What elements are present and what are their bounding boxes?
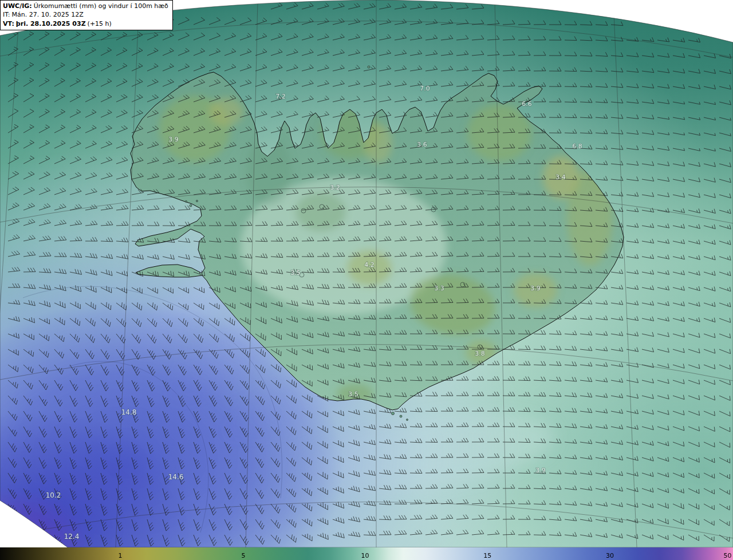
contour-value-label: 3.9 [168, 136, 179, 143]
contour-value-label: 7.2 [275, 93, 286, 100]
valid-time-offset: (+15 h) [88, 20, 112, 27]
contour-value-label: 7.0 [420, 85, 430, 92]
init-time-line: IT:Mán. 27. 10. 2025 12Z [3, 10, 168, 19]
init-time-label: IT: [3, 11, 10, 18]
contour-value-label: 3.6 [417, 141, 427, 148]
colorbar-tick: 50 [723, 553, 731, 559]
weather-map: 7.27.06.63.93.66.83.43.24.23.53.33.93.83… [0, 0, 733, 547]
init-time-value: Mán. 27. 10. 2025 12Z [11, 11, 83, 18]
contour-value-label: 3.3 [434, 285, 444, 292]
contour-value-label: 3.9 [535, 467, 546, 474]
valid-time-line: VT:þri. 28.10.2025 03Z(+15 h) [3, 19, 168, 28]
colorbar-tick: 1 [118, 553, 122, 559]
contour-value-label: 3.5 [290, 269, 301, 277]
colorbar-tick: 15 [483, 553, 491, 559]
contour-value-label: 3.9 [530, 285, 541, 292]
contour-value-label: 4.2 [364, 261, 375, 269]
contour-value-label: 10.2 [46, 491, 61, 499]
map-info-box: UWC/IG:Úrkomumætti (mm) og vindur í 100m… [0, 0, 173, 30]
map-title-line: UWC/IG:Úrkomumætti (mm) og vindur í 100m… [3, 2, 168, 10]
map-title: Úrkomumætti (mm) og vindur í 100m hæð [34, 2, 168, 10]
contour-value-label: 6.8 [572, 143, 582, 150]
contour-value-label: 3.2 [330, 184, 340, 191]
valid-time-label: VT: [3, 20, 14, 27]
contour-value-label: 3.4 [555, 173, 566, 181]
contour-value-label: 12.4 [64, 533, 80, 541]
contour-value-label: 3.5 [348, 391, 358, 398]
weather-map-viewer: 7.27.06.63.93.66.83.43.24.23.53.33.93.83… [0, 0, 733, 560]
contour-value-label: 14.6 [168, 473, 184, 481]
valid-time-value: þri. 28.10.2025 03Z [16, 20, 86, 27]
contour-value-label: 3.8 [475, 350, 485, 357]
colorbar-tick: 5 [241, 553, 245, 559]
model-label: UWC/IG: [3, 2, 32, 10]
colorbar-tick: 10 [361, 553, 369, 559]
contour-value-label: 14.8 [121, 408, 137, 416]
colorbar-tick: 30 [606, 553, 614, 559]
contour-value-label: 6.6 [522, 100, 532, 108]
precipitation-colorbar: 1510153050 [0, 547, 733, 560]
